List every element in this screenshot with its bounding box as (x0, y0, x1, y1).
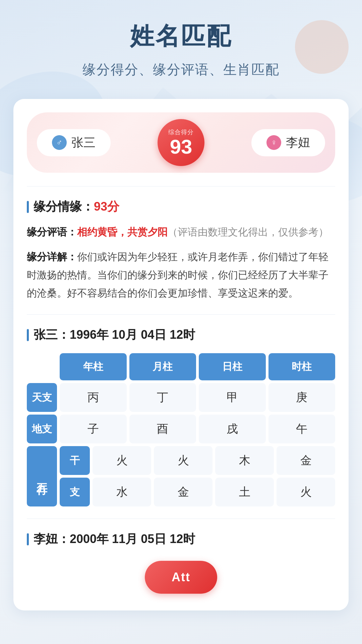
section-bar (27, 201, 29, 213)
wuxing-zhi-ri: 土 (215, 478, 274, 506)
wuxing-gan-ri: 木 (215, 446, 274, 475)
score-label: 综合得分 (168, 128, 194, 136)
wuxing-gan-row: 干 火 火 木 金 (60, 446, 335, 475)
person2-bazi-header: 李妞：2000年 11月 05日 12时 (27, 531, 335, 547)
wuxing-right: 干 火 火 木 金 支 水 金 土 火 (60, 446, 335, 506)
wuxing-gan-nian: 火 (93, 446, 151, 475)
person1-date-title: 张三：1996年 10月 04日 12时 (34, 327, 195, 343)
dizhi-row: 地支 子 酉 戌 午 (27, 415, 335, 443)
wuxing-section: 五行 干 火 火 木 金 (27, 446, 335, 506)
col-header-nian: 年柱 (60, 353, 127, 380)
wuxing-zhi-label: 支 (60, 478, 90, 506)
divider-2 (27, 314, 335, 315)
page-title: 姓名匹配 (13, 20, 349, 52)
male-icon: ♂ (52, 135, 67, 150)
dizhi-ri: 戌 (199, 415, 266, 443)
wuxing-zhi-shi: 火 (277, 478, 335, 506)
person1-tag: ♂ 张三 (37, 129, 111, 156)
tiangan-shi: 庚 (268, 383, 336, 412)
main-card: ♂ 张三 综合得分 93 ♀ 李妞 缘分情缘：93分 (13, 99, 349, 610)
person2-bazi-section: 李妞：2000年 11月 05日 12时 (27, 531, 335, 547)
yuanfen-section: 缘分情缘：93分 缘分评语：相约黄昏，共赏夕阳（评语由数理文化得出，仅供参考） … (27, 199, 335, 302)
dizhi-label: 地支 (27, 415, 57, 443)
header-empty (27, 353, 57, 380)
dizhi-yue: 酉 (129, 415, 196, 443)
wuxing-left-wrapper: 五行 (27, 446, 57, 506)
tiangan-label: 天支 (27, 383, 57, 412)
yuanfen-detail: 缘分详解：你们或许因为年少轻狂，或许月老作弄，你们错过了年轻时激扬的热情。当你们… (27, 248, 335, 302)
dizhi-shi: 午 (268, 415, 336, 443)
yuanfen-pinyu: 缘分评语：相约黄昏，共赏夕阳（评语由数理文化得出，仅供参考） (27, 223, 335, 241)
section-bar-3 (27, 533, 29, 545)
bottom-section: Att (27, 561, 335, 594)
col-header-shi: 时柱 (268, 353, 336, 380)
person1-bazi-header: 张三：1996年 10月 04日 12时 (27, 327, 335, 343)
wuxing-gan-label: 干 (60, 446, 90, 475)
bazi-header-row: 年柱 月柱 日柱 时柱 (27, 353, 335, 380)
female-icon: ♀ (266, 135, 281, 150)
tiangan-nian: 丙 (60, 383, 127, 412)
col-header-ri: 日柱 (199, 353, 266, 380)
section-bar-2 (27, 329, 29, 341)
yuanfen-header: 缘分情缘：93分 (27, 199, 335, 215)
wuxing-zhi-nian: 水 (93, 478, 151, 506)
score-banner: ♂ 张三 综合得分 93 ♀ 李妞 (27, 112, 335, 173)
wuxing-zhi-row: 支 水 金 土 火 (60, 478, 335, 506)
divider-3 (27, 519, 335, 519)
yuanfen-title: 缘分情缘：93分 (34, 199, 119, 215)
person2-date-title: 李妞：2000年 11月 05日 12时 (34, 531, 195, 547)
score-number: 93 (170, 137, 192, 157)
score-circle: 综合得分 93 (158, 119, 204, 166)
col-header-yue: 月柱 (129, 353, 196, 380)
wuxing-zhi-yue: 金 (154, 478, 213, 506)
tiangan-row: 天支 丙 丁 甲 庚 (27, 383, 335, 412)
wuxing-gan-shi: 金 (277, 446, 335, 475)
wuxing-gan-yue: 火 (154, 446, 213, 475)
tiangan-ri: 甲 (199, 383, 266, 412)
person1-bazi-section: 张三：1996年 10月 04日 12时 年柱 月柱 日柱 时柱 天支 丙 丁 (27, 327, 335, 506)
dizhi-nian: 子 (60, 415, 127, 443)
person1-name: 张三 (71, 135, 96, 151)
person2-name: 李妞 (286, 135, 310, 151)
page-subtitle: 缘分得分、缘分评语、生肖匹配 (13, 60, 349, 79)
bazi-table: 年柱 月柱 日柱 时柱 天支 丙 丁 甲 庚 地支 子 酉 (27, 353, 335, 506)
att-button[interactable]: Att (145, 561, 217, 594)
person2-tag: ♀ 李妞 (251, 129, 325, 156)
divider-1 (27, 186, 335, 186)
wuxing-label-block: 五行 (27, 446, 57, 506)
tiangan-yue: 丁 (129, 383, 196, 412)
